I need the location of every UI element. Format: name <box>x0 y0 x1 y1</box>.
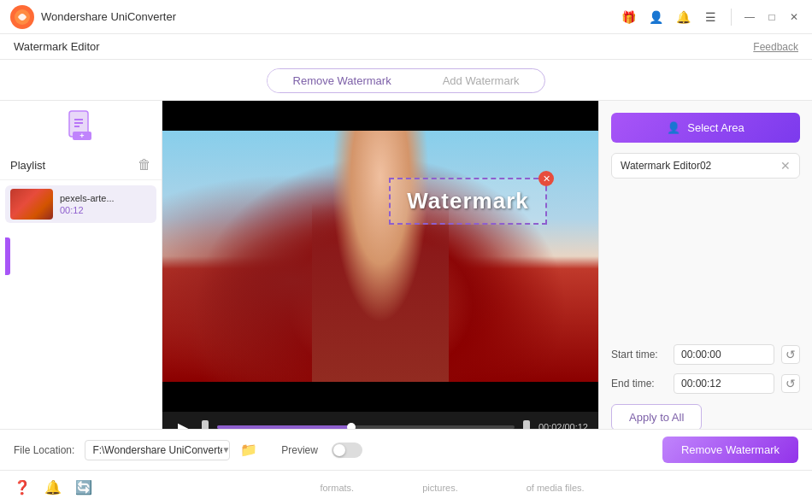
subtitle-bar: Watermark Editor Feedback <box>0 34 812 60</box>
video-black-bottom <box>162 382 598 412</box>
close-button[interactable]: ✕ <box>786 9 802 25</box>
start-time-row: Start time: ▲ ▼ ↺ <box>611 344 800 365</box>
title-bar-icons: 🎁 👤 🔔 ☰ — □ ✕ <box>618 7 802 27</box>
footer-text-1: formats. <box>320 483 354 493</box>
content-area: + Playlist 🗑 pexels-a <box>0 101 812 442</box>
end-time-label: End time: <box>611 378 667 390</box>
watermark-selection-box[interactable]: Watermark ✕ <box>389 178 547 225</box>
playlist-delete-icon[interactable]: 🗑 <box>138 157 151 173</box>
video-black-top <box>162 101 598 131</box>
start-time-input-group: ▲ ▼ <box>674 344 774 365</box>
footer-text-2: pictures. <box>422 483 458 493</box>
start-time-input[interactable] <box>674 345 774 364</box>
right-spacer <box>611 189 800 331</box>
video-area: Watermark ✕ ▶ 00:02/00:12 <box>162 101 598 442</box>
video-canvas: Watermark ✕ <box>162 131 598 382</box>
watermark-tag-name: Watermark Editor02 <box>621 160 711 172</box>
title-bar: Wondershare UniConverter 🎁 👤 🔔 ☰ — □ ✕ <box>0 0 812 34</box>
playlist-header: Playlist 🗑 <box>0 150 162 180</box>
menu-icon[interactable]: ☰ <box>700 7 721 27</box>
tab-remove-watermark[interactable]: Remove Watermark <box>268 69 417 92</box>
playlist-label: Playlist <box>10 159 45 172</box>
dropdown-arrow-icon: ▼ <box>221 445 230 454</box>
watermark-tag-close[interactable]: ✕ <box>780 159 791 173</box>
bell-footer-icon[interactable]: 🔔 <box>44 479 62 495</box>
minimize-button[interactable]: — <box>742 9 757 25</box>
watermark-close-button[interactable]: ✕ <box>538 171 554 186</box>
user-icon[interactable]: 👤 <box>645 7 666 27</box>
start-time-label: Start time: <box>611 349 667 360</box>
subtitle-title: Watermark Editor <box>14 40 100 53</box>
start-time-reset[interactable]: ↺ <box>781 345 800 364</box>
svg-text:+: + <box>79 132 84 140</box>
file-location-input[interactable] <box>85 440 230 460</box>
watermark-tag: Watermark Editor02 ✕ <box>611 153 800 179</box>
file-location-group: ▼ <box>85 440 230 460</box>
end-time-reset[interactable]: ↺ <box>781 374 800 393</box>
time-section: Start time: ▲ ▼ ↺ End time: <box>611 344 800 394</box>
app-logo <box>10 5 34 29</box>
help-icon[interactable]: ❓ <box>14 479 31 495</box>
left-panel: + Playlist 🗑 pexels-a <box>0 101 162 442</box>
remove-watermark-button[interactable]: Remove Watermark <box>662 437 798 463</box>
footer-text-3: of media files. <box>527 483 585 493</box>
watermark-text: Watermark <box>407 188 528 214</box>
maximize-button[interactable]: □ <box>764 9 780 25</box>
select-area-button[interactable]: 👤 Select Area <box>611 113 800 143</box>
tab-group: Remove Watermark Add Watermark <box>267 68 546 93</box>
add-file-button[interactable]: + <box>66 108 97 144</box>
playlist-items: pexels-arte... 00:12 <box>0 180 162 442</box>
refresh-icon[interactable]: 🔄 <box>75 479 92 495</box>
list-item[interactable]: pexels-arte... 00:12 <box>5 185 156 223</box>
end-time-input[interactable] <box>674 374 774 393</box>
video-person <box>312 131 449 382</box>
apply-to-all-button[interactable]: Apply to All <box>611 404 702 431</box>
toggle-knob <box>333 444 345 456</box>
select-area-icon: 👤 <box>667 121 680 134</box>
tab-add-watermark[interactable]: Add Watermark <box>417 69 545 92</box>
folder-icon[interactable]: 📁 <box>240 442 257 458</box>
feedback-link[interactable]: Feedback <box>753 41 798 53</box>
playlist-item-duration: 00:12 <box>60 205 115 215</box>
playlist-item-info: pexels-arte... 00:12 <box>60 193 115 215</box>
gift-icon[interactable]: 🎁 <box>618 7 638 27</box>
preview-toggle[interactable] <box>332 442 362 458</box>
app-title: Wondershare UniConverter <box>41 10 618 23</box>
tab-area: Remove Watermark Add Watermark <box>0 60 812 101</box>
notification-icon[interactable]: 🔔 <box>673 7 693 27</box>
bottom-bar: File Location: ▼ 📁 Preview Remove Waterm… <box>0 429 812 470</box>
playlist-item-name: pexels-arte... <box>60 193 115 203</box>
footer-text-area: formats. pictures. of media files. <box>106 483 798 493</box>
preview-label: Preview <box>281 444 318 456</box>
add-file-section: + <box>0 101 162 150</box>
left-accent-bar <box>5 237 10 275</box>
file-location-label: File Location: <box>14 444 74 456</box>
app-window: Wondershare UniConverter 🎁 👤 🔔 ☰ — □ ✕ W… <box>0 0 812 504</box>
select-area-label: Select Area <box>687 121 744 134</box>
right-panel: 👤 Select Area Watermark Editor02 ✕ Start… <box>598 101 812 442</box>
footer-bar: ❓ 🔔 🔄 formats. pictures. of media files. <box>0 470 812 504</box>
end-time-row: End time: ▲ ▼ ↺ <box>611 373 800 394</box>
end-time-input-group: ▲ ▼ <box>674 373 774 394</box>
playlist-thumbnail <box>10 189 53 220</box>
